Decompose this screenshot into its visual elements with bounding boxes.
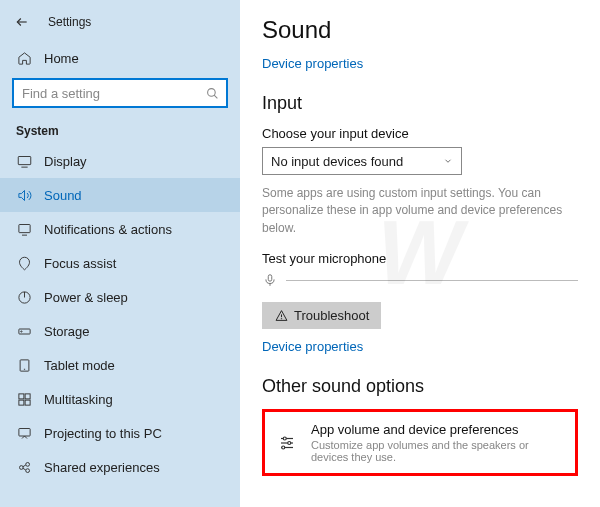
storage-icon: [16, 323, 32, 339]
tablet-icon: [16, 357, 32, 373]
sidebar-item-shared-experiences[interactable]: Shared experiences: [0, 450, 240, 484]
mic-meter: [262, 272, 578, 288]
device-properties-link[interactable]: Device properties: [262, 56, 578, 71]
svg-point-1: [207, 88, 215, 96]
sidebar-item-projecting[interactable]: Projecting to this PC: [0, 416, 240, 450]
sidebar-section-label: System: [0, 118, 240, 144]
svg-rect-3: [18, 156, 31, 164]
search-icon: [198, 87, 226, 100]
projecting-icon: [16, 425, 32, 441]
power-icon: [16, 289, 32, 305]
app-title: Settings: [48, 15, 91, 29]
sidebar-item-display[interactable]: Display: [0, 144, 240, 178]
svg-line-2: [214, 95, 217, 98]
svg-point-11: [20, 330, 21, 331]
microphone-icon: [262, 272, 278, 288]
sidebar-item-multitasking[interactable]: Multitasking: [0, 382, 240, 416]
svg-rect-17: [25, 400, 30, 405]
app-volume-device-preferences-card[interactable]: App volume and device preferences Custom…: [262, 409, 578, 476]
svg-point-19: [19, 465, 23, 469]
sidebar-item-label: Tablet mode: [44, 358, 115, 373]
svg-rect-6: [18, 224, 29, 232]
card-subtitle: Customize app volumes and the speakers o…: [311, 439, 563, 463]
test-mic-label: Test your microphone: [262, 251, 578, 266]
focus-assist-icon: [16, 255, 32, 271]
input-device-value: No input devices found: [271, 154, 403, 169]
display-icon: [16, 153, 32, 169]
sidebar-item-label: Display: [44, 154, 87, 169]
sidebar-item-label: Storage: [44, 324, 90, 339]
sidebar-item-notifications[interactable]: Notifications & actions: [0, 212, 240, 246]
sidebar-item-power-sleep[interactable]: Power & sleep: [0, 280, 240, 314]
other-sound-options-title: Other sound options: [262, 376, 578, 397]
troubleshoot-button[interactable]: Troubleshoot: [262, 302, 381, 329]
input-section-title: Input: [262, 93, 578, 114]
svg-marker-5: [18, 190, 24, 200]
sliders-icon: [277, 433, 297, 453]
svg-point-27: [281, 319, 282, 320]
sound-icon: [16, 187, 32, 203]
sidebar-item-label: Sound: [44, 188, 82, 203]
home-label: Home: [44, 51, 79, 66]
svg-rect-16: [18, 400, 23, 405]
back-button[interactable]: [12, 12, 32, 32]
sidebar-item-storage[interactable]: Storage: [0, 314, 240, 348]
card-title: App volume and device preferences: [311, 422, 563, 437]
home-button[interactable]: Home: [0, 42, 240, 74]
notifications-icon: [16, 221, 32, 237]
shared-icon: [16, 459, 32, 475]
input-device-select[interactable]: No input devices found: [262, 147, 462, 175]
svg-rect-24: [268, 275, 272, 281]
svg-point-33: [282, 446, 285, 449]
svg-point-31: [288, 441, 291, 444]
main-content: W Sound Device properties Input Choose y…: [240, 0, 600, 507]
sidebar-item-label: Multitasking: [44, 392, 113, 407]
sidebar-item-label: Shared experiences: [44, 460, 160, 475]
sidebar-item-label: Projecting to this PC: [44, 426, 162, 441]
sidebar-item-focus-assist[interactable]: Focus assist: [0, 246, 240, 280]
warning-icon: [274, 309, 288, 323]
svg-point-29: [283, 437, 286, 440]
sidebar-item-label: Power & sleep: [44, 290, 128, 305]
svg-rect-14: [18, 393, 23, 398]
chevron-down-icon: [443, 154, 453, 169]
sidebar-item-label: Notifications & actions: [44, 222, 172, 237]
sidebar-item-sound[interactable]: Sound: [0, 178, 240, 212]
svg-point-21: [25, 468, 29, 472]
sidebar: Settings Home System Display: [0, 0, 240, 507]
choose-input-label: Choose your input device: [262, 126, 578, 141]
search-input-box[interactable]: [12, 78, 228, 108]
page-title: Sound: [262, 16, 578, 44]
sidebar-item-label: Focus assist: [44, 256, 116, 271]
sidebar-item-tablet-mode[interactable]: Tablet mode: [0, 348, 240, 382]
svg-rect-15: [25, 393, 30, 398]
home-icon: [16, 50, 32, 66]
multitasking-icon: [16, 391, 32, 407]
svg-rect-18: [18, 428, 29, 436]
device-properties-link-2[interactable]: Device properties: [262, 339, 363, 354]
mic-level-bar: [286, 280, 578, 281]
svg-point-20: [25, 462, 29, 466]
input-hint-text: Some apps are using custom input setting…: [262, 185, 578, 237]
search-input[interactable]: [14, 86, 198, 101]
troubleshoot-label: Troubleshoot: [294, 308, 369, 323]
